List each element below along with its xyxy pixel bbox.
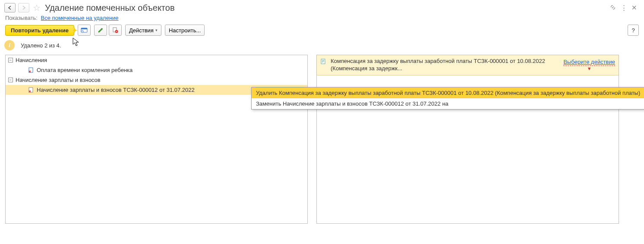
collapse-icon[interactable]: − — [8, 58, 13, 63]
popup-item-delete[interactable]: Удалить Компенсация за задержку выплаты … — [252, 88, 644, 98]
tree-group[interactable]: − Начисление зарплаты и взносов — [6, 75, 307, 85]
help-button[interactable]: ? — [628, 25, 639, 36]
configure-button[interactable]: Настроить... — [165, 25, 205, 36]
choose-action-link[interactable]: Выберите действие — [563, 58, 615, 65]
info-message: Удалено 2 из 4. — [21, 42, 61, 49]
menu-dots-icon[interactable]: ⋮ — [621, 4, 627, 12]
document-icon — [320, 59, 326, 65]
svg-rect-1 — [81, 28, 87, 29]
right-header-row[interactable]: Компенсация за задержку выплаты заработн… — [317, 55, 619, 75]
filter-label: Показывать: — [5, 15, 38, 21]
forward-button[interactable] — [18, 3, 29, 13]
close-icon[interactable]: ✕ — [631, 4, 637, 12]
edit-button[interactable] — [94, 25, 107, 36]
collapse-icon[interactable]: − — [8, 78, 13, 82]
page-title: Удаление помеченных объектов — [45, 3, 175, 13]
tree-group[interactable]: − Начисления — [6, 55, 307, 65]
info-icon: i — [4, 40, 15, 50]
dropdown-icon: ▾ — [155, 28, 158, 32]
favorite-star-icon[interactable]: ☆ — [33, 3, 41, 13]
actions-button[interactable]: Действия ▾ — [125, 25, 161, 36]
tree-item[interactable]: Оплата времени кормления ребенка — [6, 65, 307, 75]
arrow-down-icon: ▼ — [587, 66, 592, 71]
back-button[interactable] — [4, 3, 16, 13]
sparkle-icon: ✦ — [72, 26, 77, 34]
popup-item-replace[interactable]: Заменить Начисление зарплаты и взносов Т… — [252, 98, 644, 109]
right-panel: Компенсация за задержку выплаты заработн… — [316, 55, 619, 224]
doc-warn-icon — [28, 67, 34, 73]
cursor-icon — [73, 38, 80, 48]
repeat-delete-button[interactable]: Повторить удаление ✦ — [5, 25, 74, 36]
doc-warn-icon — [28, 87, 34, 93]
filter-link[interactable]: Все помеченные на удаление — [41, 15, 119, 21]
link-icon[interactable] — [609, 4, 616, 12]
delete-mark-button[interactable] — [109, 25, 122, 36]
action-popup: Удалить Компенсация за задержку выплаты … — [251, 87, 644, 109]
schedule-button[interactable] — [78, 25, 91, 36]
right-description: Компенсация за задержку выплаты заработн… — [331, 58, 559, 72]
left-panel: − Начисления Оплата времени кормления ре… — [5, 55, 308, 224]
